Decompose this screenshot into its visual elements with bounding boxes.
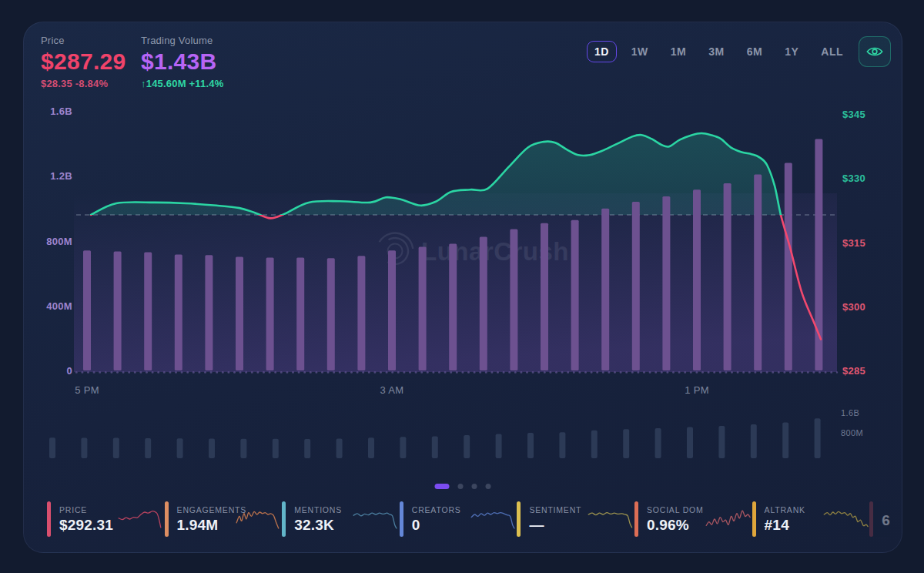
metric-card-sentiment[interactable]: SENTIMENT—: [517, 498, 632, 540]
navigator-bar: [815, 418, 821, 458]
pagination-dot-4[interactable]: [486, 484, 491, 489]
navigator-bar: [145, 438, 151, 458]
pagination-dot-2[interactable]: [458, 484, 464, 489]
volume-bar: [327, 258, 335, 370]
metric-card-label: SENTIMENT: [529, 505, 586, 514]
volume-bar: [296, 257, 304, 370]
volume-bar: [754, 174, 762, 370]
pagination-dot-1[interactable]: [435, 484, 450, 489]
volume-bar: [632, 202, 640, 370]
metric-accent-bar: [752, 501, 756, 537]
navigator-bar: [718, 426, 725, 458]
main-chart[interactable]: LunarCrush: [24, 22, 902, 552]
pagination-dot-3[interactable]: [472, 484, 477, 489]
volume-bar: [388, 250, 396, 370]
navigator-bar: [559, 432, 565, 458]
volume-bar: [175, 254, 182, 370]
navigator-bar: [751, 424, 757, 458]
metric-card-price[interactable]: PRICE$292.31: [47, 498, 162, 540]
navigator-bar: [400, 437, 406, 458]
metric-card-value: 6: [882, 512, 902, 529]
volume-bar: [449, 244, 457, 371]
metric-card-text: PRICE$292.31: [59, 505, 116, 534]
metric-card-value: —: [529, 517, 586, 534]
metric-card-creators[interactable]: CREATORS0: [400, 498, 515, 540]
metric-card-value: 1.94M: [177, 517, 234, 534]
metric-card-value: $292.31: [59, 517, 116, 534]
metric-card-value: 0: [412, 517, 469, 534]
navigator-bar: [49, 437, 55, 458]
metric-card-altrank[interactable]: ALTRANK#14: [752, 498, 868, 540]
navigator-bar: [782, 423, 788, 459]
volume-bar: [785, 163, 792, 370]
metric-card-label: ENGAGEMENTS: [177, 505, 234, 514]
volume-bar: [83, 250, 91, 370]
metric-card-value: 0.96%: [647, 517, 704, 534]
volume-bar: [236, 256, 243, 370]
metric-card-label: PRICE: [59, 505, 116, 514]
metric-card-text: CREATORS0: [412, 505, 469, 534]
metric-card-engagements[interactable]: ENGAGEMENTS1.94M: [165, 498, 280, 540]
volume-bar: [266, 257, 274, 370]
metric-card-label: SOCIAL DOM: [647, 505, 704, 514]
navigator-bar: [496, 434, 502, 458]
volume-bar: [541, 223, 548, 370]
metric-card-clipped[interactable]: 6: [869, 498, 902, 540]
metric-card-label: ALTRANK: [765, 505, 822, 514]
navigator-bar: [273, 439, 279, 458]
volume-bar: [724, 183, 732, 370]
volume-bar: [601, 209, 609, 370]
navigator-bar: [209, 439, 215, 458]
metric-card-text: SENTIMENT—: [529, 505, 586, 534]
navigator-bar: [527, 433, 534, 458]
metric-card-value: #14: [765, 517, 822, 534]
metric-card-text: SOCIAL DOM0.96%: [647, 505, 704, 534]
navigator-bar: [177, 438, 183, 458]
metric-card-text: MENTIONS32.3K: [294, 505, 351, 534]
metric-accent-bar: [400, 501, 403, 537]
metric-card-mentions[interactable]: MENTIONS32.3K: [282, 498, 397, 540]
metric-accent-bar: [869, 501, 873, 537]
metric-accent-bar: [165, 501, 169, 537]
navigator-bar: [655, 428, 661, 458]
volume-bar: [480, 236, 487, 370]
navigator-bar: [113, 438, 119, 459]
volume-bar: [693, 189, 701, 370]
navigator-bar: [623, 429, 629, 458]
volume-bar: [357, 256, 365, 370]
metric-card-text: ALTRANK#14: [765, 505, 822, 534]
metrics-pagination: [435, 484, 491, 489]
volume-bar: [144, 253, 152, 371]
volume-bar: [510, 230, 517, 371]
volume-bar: [662, 196, 670, 370]
metric-cards-row: PRICE$292.31ENGAGEMENTS1.94MMENTIONS32.3…: [24, 498, 902, 545]
metric-accent-bar: [282, 501, 286, 537]
volume-bar: [571, 220, 579, 370]
metric-sparkline: [705, 502, 752, 536]
navigator-bars[interactable]: [49, 418, 821, 458]
metric-card-label: CREATORS: [412, 505, 469, 514]
metric-accent-bar: [634, 501, 638, 537]
metric-sparkline: [353, 502, 399, 536]
volume-bar: [114, 251, 122, 370]
navigator-bar: [336, 438, 343, 458]
metric-sparkline: [118, 502, 164, 536]
navigator-bar: [687, 427, 693, 459]
navigator-bar: [368, 437, 374, 458]
metric-card-label: MENTIONS: [294, 505, 351, 514]
metric-accent-bar: [517, 501, 521, 537]
volume-bar: [205, 255, 213, 370]
metric-sparkline: [588, 502, 634, 536]
metric-sparkline: [823, 502, 869, 536]
metric-card-value: 32.3K: [294, 517, 351, 534]
navigator-bar: [240, 439, 246, 458]
metric-sparkline: [470, 502, 517, 536]
metric-card-text: ENGAGEMENTS1.94M: [177, 505, 234, 534]
dashboard-panel: Price $287.29 $28.35 -8.84% Trading Volu…: [23, 22, 902, 553]
navigator-bar: [591, 431, 598, 458]
navigator-bar: [81, 437, 87, 458]
metric-card-social-dom[interactable]: SOCIAL DOM0.96%: [634, 498, 750, 540]
navigator-bar: [464, 435, 470, 458]
navigator-bar: [304, 439, 310, 458]
metric-sparkline: [236, 502, 282, 536]
